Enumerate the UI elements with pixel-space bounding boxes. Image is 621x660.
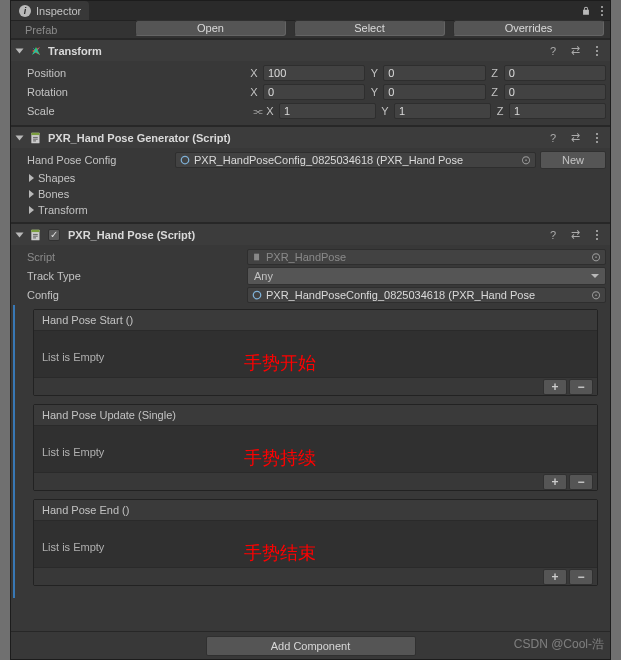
shapes-foldout[interactable]: Shapes [15, 170, 606, 186]
generator-header[interactable]: PXR_Hand Pose Generator (Script) ? ⇄ [11, 126, 610, 148]
lock-icon[interactable] [578, 1, 594, 20]
axis-z-label: Z [488, 67, 502, 79]
component-menu-icon[interactable] [590, 131, 604, 145]
axis-y-label: Y [367, 67, 381, 79]
foldout-icon [16, 232, 24, 237]
prefab-row: Prefab Open Select Overrides [11, 21, 610, 39]
svg-point-6 [253, 291, 261, 299]
rotation-label: Rotation [15, 86, 247, 98]
svg-point-2 [181, 156, 189, 164]
hand-pose-start-event: Hand Pose Start () List is Empty 手势开始 + … [33, 309, 598, 396]
rotation-x-field[interactable]: 0 [263, 84, 365, 100]
event-empty-text: List is Empty [42, 351, 104, 363]
object-picker-icon[interactable] [519, 153, 533, 167]
generator-title: PXR_Hand Pose Generator (Script) [48, 132, 542, 144]
help-icon[interactable]: ? [546, 131, 560, 145]
hand-pose-update-event: Hand Pose Update (Single) List is Empty … [33, 404, 598, 491]
script-icon [28, 227, 44, 243]
event-header: Hand Pose End () [34, 500, 597, 521]
remove-listener-button[interactable]: − [569, 474, 593, 490]
foldout-icon [16, 135, 24, 140]
handpose-header[interactable]: PXR_Hand Pose (Script) ? ⇄ [11, 223, 610, 245]
hand-pose-config-field[interactable]: PXR_HandPoseConfig_0825034618 (PXR_Hand … [175, 152, 536, 168]
remove-listener-button[interactable]: − [569, 379, 593, 395]
event-header: Hand Pose Start () [34, 310, 597, 331]
event-empty-text: List is Empty [42, 541, 104, 553]
config-field[interactable]: PXR_HandPoseConfig_0825034618 (PXR_Hand … [247, 287, 606, 303]
watermark-text: CSDN @Cool-浩 [514, 636, 604, 653]
inspector-panel: i Inspector Prefab Open Select Overrides… [10, 0, 611, 660]
preset-icon[interactable]: ⇄ [568, 131, 582, 145]
handpose-properties: Script PXR_HandPose Track Type Any Confi… [11, 245, 610, 304]
hand-pose-end-event: Hand Pose End () List is Empty 手势结束 + − [33, 499, 598, 586]
tab-bar: i Inspector [11, 1, 610, 21]
svg-rect-1 [31, 132, 39, 134]
add-listener-button[interactable]: + [543, 379, 567, 395]
add-listener-button[interactable]: + [543, 474, 567, 490]
add-listener-button[interactable]: + [543, 569, 567, 585]
context-menu-icon[interactable] [594, 1, 610, 20]
object-picker-icon[interactable] [589, 288, 603, 302]
scale-x-field[interactable]: 1 [279, 103, 376, 119]
position-label: Position [15, 67, 247, 79]
position-z-field[interactable]: 0 [504, 65, 606, 81]
annotation-text: 手势开始 [244, 351, 316, 375]
track-type-dropdown[interactable]: Any [247, 267, 606, 285]
script-icon [28, 130, 44, 146]
hand-pose-config-value: PXR_HandPoseConfig_0825034618 (PXR_Hand … [194, 154, 463, 166]
position-y-field[interactable]: 0 [383, 65, 485, 81]
script-field: PXR_HandPose [247, 249, 606, 265]
scale-label: Scale [15, 105, 247, 117]
svg-rect-4 [31, 229, 39, 231]
event-header: Hand Pose Update (Single) [34, 405, 597, 426]
script-asset-icon [252, 252, 262, 262]
new-config-button[interactable]: New [540, 151, 606, 169]
scale-y-field[interactable]: 1 [394, 103, 491, 119]
help-icon[interactable]: ? [546, 44, 560, 58]
events-section: Hand Pose Start () List is Empty 手势开始 + … [13, 305, 610, 598]
generator-properties: Hand Pose Config PXR_HandPoseConfig_0825… [11, 148, 610, 223]
hand-pose-config-label: Hand Pose Config [15, 154, 175, 166]
asset-icon [252, 290, 262, 300]
position-x-field[interactable]: 100 [263, 65, 365, 81]
enable-checkbox[interactable] [48, 229, 60, 241]
script-label: Script [15, 251, 247, 263]
component-menu-icon[interactable] [590, 228, 604, 242]
help-icon[interactable]: ? [546, 228, 560, 242]
inspector-tab[interactable]: i Inspector [11, 1, 89, 20]
prefab-label: Prefab [17, 24, 127, 36]
transform-title: Transform [48, 45, 542, 57]
axis-x-label: X [247, 67, 261, 79]
transform-foldout[interactable]: Transform [15, 202, 606, 218]
bones-foldout[interactable]: Bones [15, 186, 606, 202]
asset-icon [180, 155, 190, 165]
track-type-label: Track Type [15, 270, 247, 282]
transform-icon [28, 43, 44, 59]
foldout-icon [16, 48, 24, 53]
transform-properties: Position X 100 Y 0 Z 0 Rotation X 0 Y 0 … [11, 61, 610, 126]
transform-header[interactable]: Transform ? ⇄ [11, 39, 610, 61]
config-value: PXR_HandPoseConfig_0825034618 (PXR_Hand … [266, 289, 535, 301]
prefab-select-button[interactable]: Select [294, 20, 445, 36]
preset-icon[interactable]: ⇄ [568, 44, 582, 58]
prefab-overrides-button[interactable]: Overrides [453, 20, 604, 36]
rotation-z-field[interactable]: 0 [504, 84, 606, 100]
component-menu-icon[interactable] [590, 44, 604, 58]
handpose-title: PXR_Hand Pose (Script) [68, 229, 542, 241]
svg-rect-5 [254, 254, 259, 261]
script-value: PXR_HandPose [266, 251, 346, 263]
annotation-text: 手势结束 [244, 541, 316, 565]
annotation-text: 手势持续 [244, 446, 316, 470]
remove-listener-button[interactable]: − [569, 569, 593, 585]
add-component-button[interactable]: Add Component [206, 636, 416, 656]
scale-z-field[interactable]: 1 [509, 103, 606, 119]
preset-icon[interactable]: ⇄ [568, 228, 582, 242]
inspector-icon: i [19, 5, 31, 17]
object-picker-icon [589, 250, 603, 264]
rotation-y-field[interactable]: 0 [383, 84, 485, 100]
config-label: Config [15, 289, 247, 301]
prefab-open-button[interactable]: Open [135, 20, 286, 36]
event-empty-text: List is Empty [42, 446, 104, 458]
inspector-tab-label: Inspector [36, 5, 81, 17]
track-type-value: Any [254, 270, 273, 282]
